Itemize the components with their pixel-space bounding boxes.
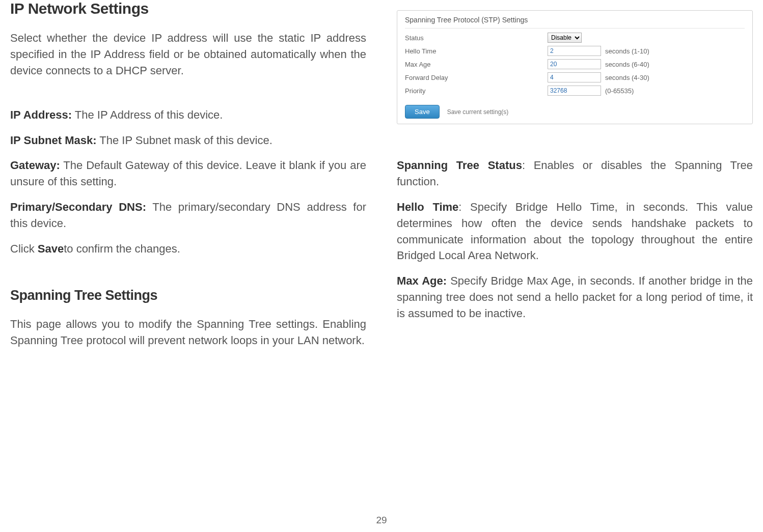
subnet-mask-desc: IP Subnet Mask: The IP Subnet mask of th… bbox=[10, 132, 366, 149]
max-age-hint: seconds (6-40) bbox=[605, 61, 649, 68]
ip-address-text: The IP Address of this device. bbox=[72, 108, 223, 121]
save-suffix: to confirm the changes. bbox=[64, 242, 180, 255]
max-age-desc: Max Age: Specify Bridge Max Age, in seco… bbox=[397, 273, 753, 322]
status-select[interactable]: Disable bbox=[548, 33, 582, 43]
max-age-desc-text: Specify Bridge Max Age, in seconds. If a… bbox=[397, 274, 753, 320]
stp-settings-title: Spanning Tree Protocol (STP) Settings bbox=[405, 16, 745, 29]
status-row: Status Disable bbox=[405, 31, 745, 44]
forward-delay-row: Forward Delay seconds (4-30) bbox=[405, 71, 745, 84]
priority-row: Priority (0-65535) bbox=[405, 84, 745, 97]
hello-time-label: Hello Time bbox=[405, 47, 548, 55]
gateway-label: Gateway: bbox=[10, 159, 60, 172]
hello-time-input[interactable] bbox=[548, 46, 601, 56]
gateway-desc: Gateway: The Default Gateway of this dev… bbox=[10, 157, 366, 190]
save-instruction: Click Saveto confirm the changes. bbox=[10, 241, 366, 257]
ip-address-label: IP Address: bbox=[10, 108, 72, 121]
forward-delay-label: Forward Delay bbox=[405, 74, 548, 81]
forward-delay-input[interactable] bbox=[548, 72, 601, 82]
stp-settings-box: Spanning Tree Protocol (STP) Settings St… bbox=[397, 10, 753, 124]
priority-hint: (0-65535) bbox=[605, 87, 634, 95]
status-label: Status bbox=[405, 34, 548, 42]
page-number: 29 bbox=[0, 515, 763, 526]
save-button-hint: Save current setting(s) bbox=[447, 108, 509, 116]
spanning-tree-heading: Spanning Tree Settings bbox=[10, 288, 366, 303]
dns-desc: Primary/Secondary DNS: The primary/secon… bbox=[10, 199, 366, 232]
max-age-desc-label: Max Age: bbox=[397, 274, 447, 287]
ip-network-intro: Select whether the device IP address wil… bbox=[10, 30, 366, 79]
priority-label: Priority bbox=[405, 87, 548, 95]
hello-time-row: Hello Time seconds (1-10) bbox=[405, 44, 745, 58]
stp-status-label: Spanning Tree Status bbox=[397, 159, 522, 172]
subnet-mask-label: IP Subnet Mask: bbox=[10, 134, 97, 147]
max-age-input[interactable] bbox=[548, 59, 601, 69]
save-label: Save bbox=[38, 242, 64, 255]
save-button-row: Save Save current setting(s) bbox=[405, 105, 745, 119]
save-button[interactable]: Save bbox=[405, 105, 440, 119]
right-text-block: Spanning Tree Status: Enables or disable… bbox=[397, 157, 753, 322]
max-age-row: Max Age seconds (6-40) bbox=[405, 58, 745, 71]
ip-address-desc: IP Address: The IP Address of this devic… bbox=[10, 107, 366, 123]
right-column: Spanning Tree Protocol (STP) Settings St… bbox=[397, 0, 753, 489]
ip-network-settings-heading: IP Network Settings bbox=[10, 0, 366, 17]
subnet-mask-text: The IP Subnet mask of this device. bbox=[97, 134, 272, 147]
hello-time-desc-label: Hello Time bbox=[397, 201, 458, 213]
hello-time-hint: seconds (1-10) bbox=[605, 47, 649, 55]
gateway-text: The Default Gateway of this device. Leav… bbox=[10, 159, 366, 188]
forward-delay-hint: seconds (4-30) bbox=[605, 74, 649, 81]
hello-time-desc: Hello Time: Specify Bridge Hello Time, i… bbox=[397, 199, 753, 264]
priority-input[interactable] bbox=[548, 86, 601, 96]
stp-status-desc: Spanning Tree Status: Enables or disable… bbox=[397, 157, 753, 190]
max-age-label: Max Age bbox=[405, 61, 548, 68]
left-column: IP Network Settings Select whether the d… bbox=[10, 0, 366, 489]
dns-label: Primary/Secondary DNS: bbox=[10, 201, 146, 213]
save-prefix: Click bbox=[10, 242, 38, 255]
spanning-tree-intro: This page allows you to modify the Spann… bbox=[10, 316, 366, 349]
